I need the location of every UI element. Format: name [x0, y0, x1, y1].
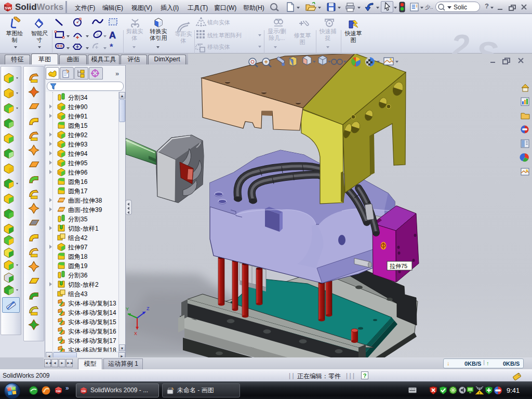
- svg-text:A: A: [109, 30, 116, 41]
- svg-text:SW: SW: [5, 6, 11, 10]
- svg-text:X: X: [134, 331, 137, 336]
- svg-text:SW: SW: [81, 390, 86, 393]
- svg-text:SW: SW: [56, 390, 61, 393]
- svg-text:*: *: [110, 42, 113, 50]
- svg-text:Z: Z: [147, 306, 150, 311]
- svg-text:Y: Y: [126, 307, 129, 312]
- svg-text:!: !: [479, 391, 481, 395]
- svg-text:拉伸75: 拉伸75: [390, 263, 407, 269]
